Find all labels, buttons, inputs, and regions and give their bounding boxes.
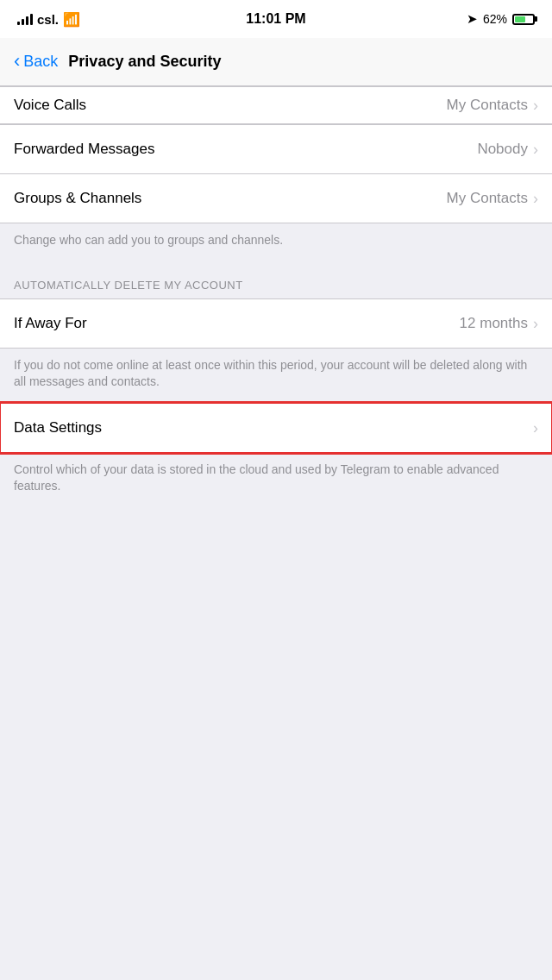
data-settings-item[interactable]: Data Settings ›	[0, 404, 552, 452]
signal-bar-1	[17, 22, 20, 25]
battery-icon	[512, 14, 535, 25]
groups-channels-label: Groups & Channels	[14, 190, 141, 207]
voice-calls-label: Voice Calls	[14, 97, 86, 114]
battery-percentage: 62%	[483, 12, 507, 26]
status-bar: csl. 📶 11:01 PM ➤ 62%	[0, 0, 552, 38]
battery-fill	[515, 16, 525, 22]
signal-bars-icon	[17, 13, 33, 25]
signal-bar-2	[22, 19, 24, 25]
groups-channels-item[interactable]: Groups & Channels My Contacts ›	[0, 174, 552, 223]
groups-channels-value: My Contacts	[447, 190, 528, 207]
signal-bar-3	[26, 16, 28, 25]
back-label: Back	[23, 53, 58, 71]
voice-calls-value: My Contacts	[447, 97, 528, 114]
page-title: Privacy and Security	[68, 53, 221, 71]
if-away-for-item[interactable]: If Away For 12 months ›	[0, 299, 552, 348]
forwarded-messages-value-container: Nobody ›	[477, 141, 538, 158]
data-settings-description: Control which of your data is stored in …	[0, 453, 552, 507]
battery-container	[512, 14, 535, 25]
voice-calls-chevron-icon: ›	[533, 97, 538, 113]
if-away-description: If you do not come online at least once …	[0, 349, 552, 403]
data-settings-label: Data Settings	[14, 419, 102, 437]
groups-channels-group: Groups & Channels My Contacts ›	[0, 174, 552, 223]
wifi-icon: 📶	[63, 11, 80, 28]
back-button[interactable]: ‹ Back	[14, 53, 58, 71]
voice-calls-value-container: My Contacts ›	[447, 97, 538, 114]
data-settings-description-text: Control which of your data is stored in …	[14, 462, 499, 493]
status-right: ➤ 62%	[467, 11, 535, 27]
back-chevron-icon: ‹	[14, 52, 20, 71]
signal-bar-4	[30, 14, 33, 25]
voice-calls-item[interactable]: Voice Calls My Contacts ›	[0, 86, 552, 124]
groups-description-text: Change who can add you to groups and cha…	[14, 233, 283, 247]
forwarded-messages-label: Forwarded Messages	[14, 141, 154, 158]
groups-description: Change who can add you to groups and cha…	[0, 223, 552, 261]
nav-bar: ‹ Back Privacy and Security	[0, 38, 552, 86]
if-away-for-value-container: 12 months ›	[460, 315, 538, 332]
forwarded-messages-group: Forwarded Messages Nobody ›	[0, 124, 552, 174]
groups-channels-value-container: My Contacts ›	[447, 190, 538, 207]
auto-delete-header-text: AUTOMATICALLY DELETE MY ACCOUNT	[14, 279, 243, 292]
data-settings-group: Data Settings ›	[0, 403, 552, 453]
carrier-label: csl.	[37, 12, 59, 27]
forwarded-messages-item[interactable]: Forwarded Messages Nobody ›	[0, 125, 552, 173]
if-away-for-chevron-icon: ›	[533, 316, 538, 331]
if-away-for-group: If Away For 12 months ›	[0, 298, 552, 349]
data-settings-value-container: ›	[533, 420, 538, 436]
status-time: 11:01 PM	[246, 11, 305, 27]
auto-delete-header: AUTOMATICALLY DELETE MY ACCOUNT	[0, 261, 552, 298]
if-away-for-label: If Away For	[14, 315, 87, 332]
forwarded-messages-chevron-icon: ›	[533, 141, 538, 157]
data-settings-chevron-icon: ›	[533, 420, 538, 436]
status-left: csl. 📶	[17, 11, 80, 28]
forwarded-messages-value: Nobody	[477, 141, 528, 158]
if-away-description-text: If you do not come online at least once …	[14, 358, 527, 389]
if-away-for-value: 12 months	[460, 315, 528, 332]
groups-channels-chevron-icon: ›	[533, 191, 538, 206]
location-icon: ➤	[467, 11, 478, 27]
